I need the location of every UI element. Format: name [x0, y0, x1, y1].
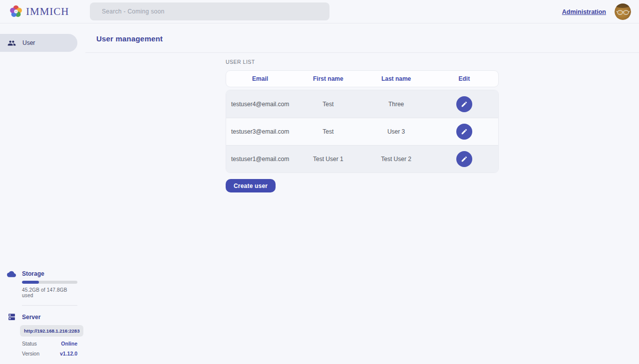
cell-first-name: Test — [294, 128, 362, 135]
sidebar-item-label: User — [22, 39, 35, 46]
storage-title: Storage — [22, 270, 44, 277]
edit-user-button[interactable] — [456, 96, 472, 112]
storage-progress-fill — [22, 281, 39, 284]
version-value: v1.12.0 — [60, 351, 77, 357]
user-avatar[interactable] — [615, 3, 631, 20]
cell-last-name: User 3 — [362, 128, 430, 135]
user-table-header: Email First name Last name Edit — [226, 70, 499, 87]
server-status-row: Status Online — [22, 341, 77, 347]
storage-progress-bar — [22, 281, 77, 284]
storage-usage-text: 45.2GB of 147.8GB used — [22, 287, 77, 298]
sidebar-footer: Storage 45.2GB of 147.8GB used Server ht… — [0, 270, 85, 364]
cloud-icon — [7, 270, 16, 277]
page-title-bar: User management — [85, 23, 639, 53]
search-input[interactable] — [90, 2, 329, 20]
create-user-button[interactable]: Create user — [226, 179, 276, 192]
server-icon — [7, 313, 16, 321]
cell-email: testuser4@email.com — [226, 101, 294, 108]
user-list-label: USER LIST — [226, 59, 499, 65]
server-title: Server — [22, 314, 40, 321]
immich-flower-icon — [9, 5, 22, 18]
top-navbar: IMMICH Administration — [0, 0, 639, 23]
pencil-icon — [461, 156, 468, 163]
cell-email: testuser1@email.com — [226, 156, 294, 163]
sidebar: User Storage 45.2GB of 147.8GB used — [0, 23, 85, 364]
server-version-row: Version v1.12.0 — [22, 351, 77, 357]
table-row: testuser3@email.com Test User 3 — [226, 118, 498, 145]
table-row: testuser1@email.com Test User 1 Test Use… — [226, 145, 498, 173]
edit-user-button[interactable] — [456, 151, 472, 167]
search-bar — [90, 2, 329, 20]
administration-link[interactable]: Administration — [562, 8, 606, 15]
pencil-icon — [461, 128, 468, 135]
server-url[interactable]: http://192.168.1.216:2283 — [20, 325, 83, 337]
app-logo[interactable]: IMMICH — [9, 5, 69, 18]
page-title: User management — [96, 34, 163, 43]
column-header-edit: Edit — [430, 75, 498, 82]
user-table-body: testuser4@email.com Test Three testuser3… — [226, 90, 499, 173]
sidebar-divider — [22, 305, 77, 306]
cell-email: testuser3@email.com — [226, 128, 294, 135]
app-title: IMMICH — [26, 5, 69, 18]
column-header-email: Email — [226, 75, 294, 82]
cell-last-name: Three — [362, 101, 430, 108]
table-row: testuser4@email.com Test Three — [226, 90, 498, 118]
server-section-header: Server — [7, 313, 77, 321]
column-header-last-name: Last name — [362, 75, 430, 82]
status-value: Online — [61, 341, 77, 347]
edit-user-button[interactable] — [456, 124, 472, 140]
main-content: User management USER LIST Email First na… — [85, 23, 639, 364]
users-icon — [7, 39, 16, 47]
cell-first-name: Test — [294, 101, 362, 108]
pencil-icon — [461, 101, 468, 108]
status-label: Status — [22, 341, 37, 347]
storage-section-header: Storage — [7, 270, 77, 277]
column-header-first-name: First name — [294, 75, 362, 82]
cell-last-name: Test User 2 — [362, 156, 430, 163]
sidebar-item-user[interactable]: User — [0, 34, 77, 52]
cell-first-name: Test User 1 — [294, 156, 362, 163]
version-label: Version — [22, 351, 39, 357]
navbar-right: Administration — [562, 0, 631, 23]
